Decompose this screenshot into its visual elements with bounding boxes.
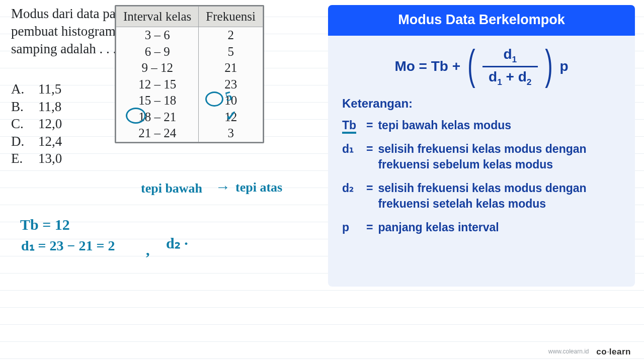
keter-d2: d₂ = selisih frekuensi kelas modus denga… — [342, 180, 621, 212]
keter-sym: d₁ — [342, 141, 361, 157]
cell-interval: 21 – 24 — [116, 125, 199, 142]
footer: www.colearn.id co·learn — [0, 347, 644, 357]
choice-value: 11,5 — [38, 80, 61, 98]
choice-label: D. — [11, 133, 27, 150]
choice-value: 13,0 — [38, 150, 62, 167]
answer-choices: A. 11,5 B. 11,8 C. 12,0 D. 12,4 E. 13,0 — [11, 80, 62, 167]
formula-p: p — [560, 58, 569, 74]
cell-frek: 21 — [199, 60, 263, 76]
underline-icon: Tb — [342, 119, 356, 134]
fraction-den: d1 + d2 — [482, 67, 537, 86]
keter-eq: = — [366, 180, 373, 196]
keter-desc: tepi bawah kelas modus — [378, 118, 511, 133]
check-icon: ✓ — [225, 108, 237, 124]
table-row: 21 – 24 3 — [116, 125, 263, 142]
choice-value: 12,0 — [38, 115, 62, 133]
right-paren-icon: ) — [545, 49, 552, 80]
cell-interval: 9 – 12 — [116, 60, 199, 76]
keter-sym: Tb — [342, 118, 361, 133]
annot-d1: d₁ = 23 − 21 = 2 — [21, 237, 115, 254]
choice-label: C. — [11, 115, 27, 133]
th-interval: Interval kelas — [116, 7, 199, 27]
choice-a[interactable]: A. 11,5 — [11, 80, 62, 98]
keter-eq: = — [366, 118, 373, 133]
cell-frek: 23 — [199, 76, 263, 93]
keter-desc: selisih frekuensi kelas modus dengan fre… — [378, 141, 621, 172]
cell-interval: 12 – 15 — [116, 76, 199, 93]
frac-den-d1: d — [489, 69, 497, 84]
table-row: 15 – 18 10 — [116, 93, 263, 109]
table-row: 3 – 6 2 — [116, 27, 263, 44]
frac-den-s1: 1 — [497, 76, 502, 86]
keter-eq: = — [366, 141, 373, 157]
cell-frek: 3 — [199, 125, 263, 142]
frac-den-d2: d — [518, 69, 527, 84]
annot-d2: d₂ · — [166, 234, 188, 252]
frac-num-d: d — [503, 46, 512, 62]
th-frekuensi: Frekuensi — [199, 7, 263, 27]
keter-tb: Tb = tepi bawah kelas modus — [342, 118, 621, 133]
arrow-right-icon: → — [215, 178, 230, 196]
annot-tepi-bawah: tepi bawah — [141, 181, 202, 196]
choice-label: E. — [11, 150, 27, 167]
choice-label: B. — [11, 98, 27, 116]
table-row: 9 – 12 21 — [116, 60, 263, 76]
keter-desc: panjang kelas interval — [378, 220, 499, 235]
keter-eq: = — [366, 220, 373, 235]
footer-url: www.colearn.id — [548, 348, 589, 355]
choice-c[interactable]: C. 12,0 — [11, 115, 62, 133]
mode-formula: Mo = Tb + ( d1 d1 + d2 ) p — [328, 47, 635, 86]
formula-fraction: d1 d1 + d2 — [482, 47, 537, 86]
keter-p: p = panjang kelas interval — [342, 220, 621, 235]
table-row: 12 – 15 23 — [116, 76, 263, 93]
circle-12-icon — [126, 108, 146, 124]
choice-value: 12,4 — [38, 133, 62, 150]
frac-den-s2: 2 — [527, 76, 532, 86]
keter-desc: selisih frekuensi kelas modus dengan fre… — [378, 180, 621, 212]
formula-panel: Modus Data Berkelompok Mo = Tb + ( d1 d1… — [328, 5, 635, 287]
frac-den-plus: + — [502, 69, 518, 84]
fraction-num: d1 — [497, 47, 523, 66]
left-paren-icon: ( — [467, 49, 475, 80]
choice-e[interactable]: E. 13,0 — [11, 150, 62, 167]
annot-tb: Tb = 12 — [20, 216, 70, 233]
keter-sym: d₂ — [342, 180, 361, 196]
choice-label: A. — [11, 80, 27, 98]
formula-lhs: Mo = Tb + — [394, 58, 460, 74]
choice-value: 11,8 — [38, 98, 61, 116]
cell-frek: 2 — [199, 27, 263, 44]
choice-b[interactable]: B. 11,8 — [11, 98, 62, 116]
keter-sym: p — [342, 220, 361, 235]
annot-comma: , — [146, 241, 150, 258]
whiteboard-stage: { "question": "Modus dari data pada tabe… — [0, 0, 644, 362]
cell-interval: 3 – 6 — [116, 27, 199, 44]
cell-interval: 6 – 9 — [116, 44, 199, 60]
keterangan-header: Keterangan: — [342, 97, 621, 111]
brand-co: co — [596, 347, 607, 356]
panel-title: Modus Data Berkelompok — [328, 5, 635, 36]
annot-tepi-atas: tepi atas — [235, 180, 282, 195]
brand-logo: co·learn — [596, 347, 631, 356]
circle-21-icon — [205, 92, 223, 107]
table-row: 6 – 9 5 — [116, 44, 263, 60]
frac-num-sub: 1 — [512, 54, 517, 64]
cell-frek: 5 — [199, 44, 263, 60]
brand-learn: learn — [609, 347, 631, 356]
keter-d1: d₁ = selisih frekuensi kelas modus denga… — [342, 141, 621, 172]
choice-d[interactable]: D. 12,4 — [11, 133, 62, 150]
keterangan-block: Keterangan: Tb = tepi bawah kelas modus … — [328, 97, 635, 235]
cell-interval: 15 – 18 — [116, 93, 199, 109]
